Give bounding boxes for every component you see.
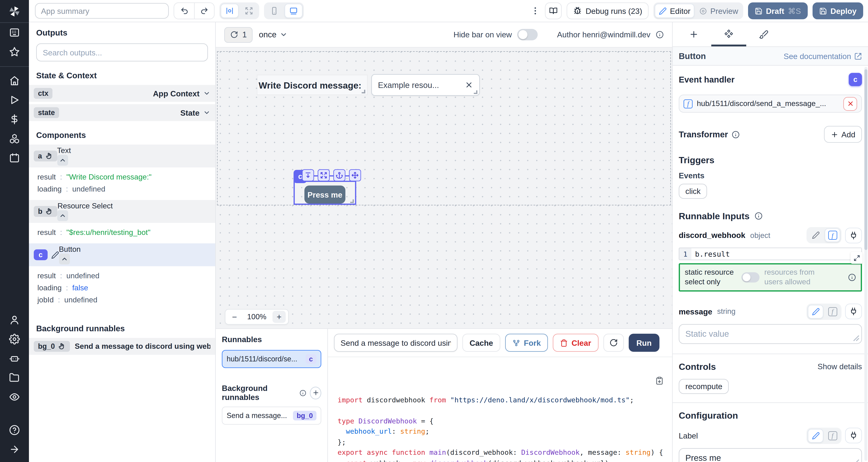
zoom-out-button[interactable]: − xyxy=(228,311,241,323)
expand-component-button[interactable] xyxy=(318,169,330,181)
output-field-row[interactable]: jobId:undefined xyxy=(37,294,215,306)
output-field-row[interactable]: result:undefined xyxy=(37,270,215,282)
runs-play-icon[interactable] xyxy=(9,95,20,105)
help-icon[interactable] xyxy=(9,425,20,435)
eval-mode-button[interactable]: f xyxy=(825,429,840,442)
info-icon[interactable] xyxy=(754,212,762,220)
app-summary-input[interactable] xyxy=(35,3,169,19)
favorites-star-icon[interactable] xyxy=(9,46,20,57)
component-row-c[interactable]: cButton xyxy=(29,243,215,266)
info-icon[interactable] xyxy=(300,390,306,396)
event-click-chip[interactable]: click xyxy=(679,184,707,199)
expand-rail-arrow-icon[interactable] xyxy=(9,444,20,455)
resources-from-users-toggle[interactable] xyxy=(741,272,760,282)
run-button[interactable]: Run xyxy=(628,334,659,352)
output-field-row[interactable]: loading:false xyxy=(37,282,215,294)
documentation-book-button[interactable] xyxy=(545,2,562,19)
remove-handler-button[interactable] xyxy=(843,97,857,111)
textarea-resize-grip[interactable] xyxy=(853,335,860,341)
debug-runs-button[interactable]: Debug runs (23) xyxy=(567,2,649,19)
label-value-input[interactable]: Press me xyxy=(679,448,862,462)
collapse-button[interactable] xyxy=(57,155,68,166)
chevron-down-icon[interactable] xyxy=(203,90,210,97)
static-mode-button[interactable] xyxy=(808,429,824,442)
expand-editor-button[interactable] xyxy=(850,252,863,264)
draft-save-button[interactable]: Draft ⌘S xyxy=(748,2,808,19)
desktop-view-button[interactable] xyxy=(284,4,303,18)
state-row[interactable]: state State xyxy=(29,104,215,121)
discord-webhook-expr-editor[interactable]: 1 b.result xyxy=(679,248,862,260)
windmill-logo-icon[interactable] xyxy=(8,5,21,18)
eval-mode-button[interactable]: f xyxy=(825,305,840,319)
refresh-count-button[interactable]: 1 xyxy=(224,27,253,42)
reload-code-button[interactable] xyxy=(603,334,624,352)
eval-mode-button[interactable]: f xyxy=(825,228,840,242)
text-component[interactable]: Write Discord message: xyxy=(257,75,367,95)
clear-selection-button[interactable] xyxy=(465,81,473,89)
settings-gear-icon[interactable] xyxy=(9,334,20,344)
code-editor[interactable]: import discordwebhook from "https://deno… xyxy=(328,357,672,462)
anchor-button[interactable] xyxy=(333,169,345,181)
textarea-resize-grip[interactable] xyxy=(853,459,860,462)
audit-eye-icon[interactable] xyxy=(9,392,20,402)
schedules-calendar-icon[interactable] xyxy=(9,153,20,163)
show-details-link[interactable]: Show details xyxy=(817,362,862,371)
mobile-view-button[interactable] xyxy=(265,4,283,18)
background-runnable-item[interactable]: Send a message... bg_0 xyxy=(222,406,321,425)
zoom-in-button[interactable]: + xyxy=(273,311,286,323)
deploy-button[interactable]: Deploy xyxy=(812,2,863,19)
tab-styling[interactable] xyxy=(746,22,781,46)
collapse-button[interactable] xyxy=(59,254,70,264)
connect-plug-button[interactable] xyxy=(845,304,862,319)
output-field-row[interactable]: result:"$res:u/henri/testing_bot" xyxy=(37,227,215,238)
message-static-value-input[interactable]: Static value xyxy=(679,324,862,344)
redo-button[interactable] xyxy=(194,3,214,19)
centered-layout-button[interactable] xyxy=(221,4,239,18)
chevron-down-icon[interactable] xyxy=(203,109,210,116)
cache-button[interactable]: Cache xyxy=(462,334,500,352)
component-row-a[interactable]: aText xyxy=(29,144,215,167)
app-canvas[interactable]: Write Discord message: Example resou... … xyxy=(216,47,672,328)
expand-down-button[interactable] xyxy=(302,169,314,181)
output-field-row[interactable]: loading:undefined xyxy=(37,183,215,195)
tab-editor[interactable]: Editor xyxy=(655,4,694,18)
runnable-name-input[interactable] xyxy=(334,334,458,352)
component-row-b[interactable]: bResource Select xyxy=(29,200,215,223)
ctx-row[interactable]: ctx App Context xyxy=(29,85,215,102)
tab-component-settings[interactable] xyxy=(711,22,746,46)
add-background-runnable-button[interactable] xyxy=(310,387,321,399)
recompute-chip[interactable]: recompute xyxy=(679,379,729,394)
resource-select-component[interactable]: Example resou... xyxy=(371,74,480,96)
users-icon[interactable] xyxy=(9,315,20,325)
fullscreen-button[interactable] xyxy=(240,4,258,18)
hide-bar-toggle[interactable] xyxy=(517,29,538,40)
undo-button[interactable] xyxy=(174,3,194,19)
clear-button[interactable]: Clear xyxy=(553,334,598,352)
resize-handle[interactable] xyxy=(362,90,365,93)
usage-dollar-icon[interactable] xyxy=(9,114,20,125)
add-transformer-button[interactable]: Add xyxy=(824,126,862,143)
info-icon[interactable] xyxy=(732,131,739,138)
workers-bot-icon[interactable] xyxy=(9,353,20,364)
static-mode-button[interactable] xyxy=(808,305,824,319)
resize-handle[interactable] xyxy=(350,199,354,203)
folders-icon[interactable] xyxy=(9,372,20,383)
copy-clipboard-icon[interactable] xyxy=(655,376,664,385)
tab-insert-component[interactable] xyxy=(676,22,711,46)
resize-handle[interactable] xyxy=(474,90,477,94)
fork-button[interactable]: Fork xyxy=(505,334,548,352)
move-button[interactable] xyxy=(349,169,361,181)
tab-preview[interactable]: Preview xyxy=(696,4,742,18)
more-options-kebab-button[interactable] xyxy=(531,6,540,16)
settings-scrollbar-thumb[interactable] xyxy=(864,69,867,250)
output-field-row[interactable]: result:"Write Discord message:" xyxy=(37,171,215,183)
resources-cubes-icon[interactable] xyxy=(9,133,20,144)
home-icon[interactable] xyxy=(9,75,20,86)
event-handler-runnable[interactable]: f hub/1511/discord/send_a_message_... xyxy=(679,95,862,113)
info-icon[interactable] xyxy=(656,31,664,38)
runnable-item-selected[interactable]: hub/1511/discord/se... c xyxy=(222,350,321,368)
static-mode-button[interactable] xyxy=(808,228,824,242)
run-mode-dropdown[interactable]: once xyxy=(259,30,287,39)
connect-plug-button[interactable] xyxy=(845,228,862,243)
background-runnable-row-bg_0[interactable]: bg_0Send a message to discord using webh… xyxy=(29,338,215,355)
